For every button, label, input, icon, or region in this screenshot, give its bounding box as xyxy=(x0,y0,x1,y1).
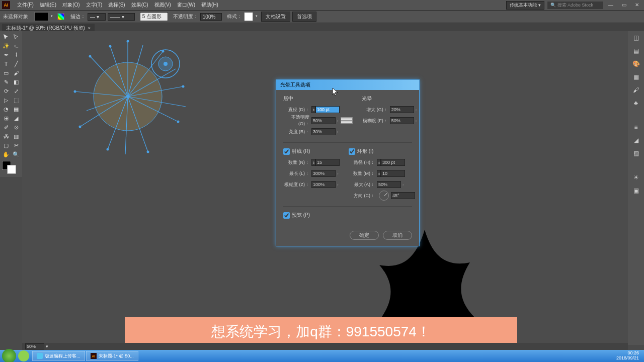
menu-view[interactable]: 视图(V) xyxy=(151,2,174,9)
column-graph-tool[interactable]: ▥ xyxy=(11,132,21,141)
cancel-button[interactable]: 取消 xyxy=(383,231,412,240)
slider-arrow-icon[interactable]: › xyxy=(336,171,339,176)
menu-effect[interactable]: 效果(C) xyxy=(128,2,151,9)
width-tool[interactable]: ▷ xyxy=(1,96,11,105)
hand-tool[interactable]: ✋ xyxy=(1,150,11,159)
scale-tool[interactable]: ⤢ xyxy=(11,86,21,96)
gradient-panel-icon[interactable]: ◢ xyxy=(631,137,641,146)
taskbar-item-1[interactable]: 极速编程上传客... xyxy=(32,351,85,361)
spinner-icon[interactable]: ⇕ xyxy=(377,159,381,166)
taskbar-item-illustrator[interactable]: Ai未标题-1* @ 50... xyxy=(86,351,138,361)
path-input[interactable] xyxy=(381,159,405,166)
stroke-panel-icon[interactable]: ≡ xyxy=(631,124,641,133)
minimize-button[interactable]: — xyxy=(606,2,616,8)
spinner-icon[interactable]: ⇕ xyxy=(311,159,315,166)
direction-input[interactable] xyxy=(391,192,415,199)
close-button[interactable]: ✕ xyxy=(632,2,642,8)
libraries-icon[interactable]: ▤ xyxy=(631,47,641,56)
slider-arrow-icon[interactable]: › xyxy=(401,183,404,187)
magic-wand-tool[interactable]: ✨ xyxy=(1,41,11,50)
stroke-swatch[interactable] xyxy=(57,13,64,20)
menu-select[interactable]: 选择(S) xyxy=(105,2,128,9)
lasso-tool[interactable]: ⊂ xyxy=(11,41,21,50)
menu-file[interactable]: 文件(F) xyxy=(14,2,37,9)
rotate-tool[interactable]: ⟳ xyxy=(1,86,11,96)
free-transform-tool[interactable]: ⬚ xyxy=(11,96,21,105)
shape-builder-tool[interactable]: ◔ xyxy=(1,105,11,114)
opacity-value[interactable]: 100% xyxy=(200,13,222,21)
rectangle-tool[interactable]: ▭ xyxy=(1,68,11,77)
diameter-input[interactable] xyxy=(315,106,340,113)
zoom-tool[interactable]: 🔍 xyxy=(11,150,21,159)
slice-tool[interactable]: ✂ xyxy=(11,141,21,150)
rays-fuzz-input[interactable] xyxy=(311,181,336,188)
mesh-tool[interactable]: ⊞ xyxy=(1,114,11,123)
perspective-tool[interactable]: ▦ xyxy=(11,105,21,114)
ok-button[interactable]: 确定 xyxy=(350,231,379,240)
zoom-dropdown-icon[interactable]: ▾ xyxy=(46,344,48,349)
stroke-profile[interactable]: —— ▾ xyxy=(108,13,135,21)
transparency-panel-icon[interactable]: ▨ xyxy=(631,150,641,159)
workspace-switcher[interactable]: 传统基本功能 ▾ xyxy=(506,1,544,10)
menu-help[interactable]: 帮助(H) xyxy=(198,2,221,9)
slider-arrow-icon[interactable]: › xyxy=(336,119,339,123)
color-panel-icon[interactable]: 🎨 xyxy=(631,60,641,69)
zoom-level-input[interactable] xyxy=(25,343,44,349)
slider-arrow-icon[interactable]: › xyxy=(336,183,339,187)
selection-tool[interactable] xyxy=(1,32,11,41)
menu-edit[interactable]: 编辑(E) xyxy=(37,2,59,9)
start-button[interactable] xyxy=(2,349,16,362)
halo-fuzz-input[interactable] xyxy=(390,117,414,124)
line-tool[interactable]: ╱ xyxy=(11,59,21,68)
slider-arrow-icon[interactable]: › xyxy=(336,130,339,134)
dialog-titlebar[interactable]: 光晕工具选项 xyxy=(276,80,419,90)
eyedropper-tool[interactable]: ✐ xyxy=(1,123,11,132)
menu-object[interactable]: 对象(O) xyxy=(59,2,83,9)
rings-number-input[interactable] xyxy=(381,170,405,177)
gradient-tool[interactable]: ◢ xyxy=(11,114,21,123)
rays-checkbox[interactable] xyxy=(283,148,290,155)
spinner-icon[interactable]: ⇕ xyxy=(377,170,381,177)
brightness-input[interactable] xyxy=(311,128,336,135)
taskbar-clock[interactable]: 00:26 2018/09/21 xyxy=(616,351,642,361)
appearance-panel-icon[interactable]: ☀ xyxy=(631,174,641,183)
center-opacity-input[interactable] xyxy=(311,117,336,124)
menu-window[interactable]: 窗口(W) xyxy=(174,2,198,9)
maximize-button[interactable]: ▭ xyxy=(619,2,629,8)
shaper-tool[interactable]: ✎ xyxy=(1,77,11,86)
direct-selection-tool[interactable] xyxy=(11,32,21,41)
largest-input[interactable] xyxy=(377,181,401,188)
direction-dial[interactable] xyxy=(379,191,389,201)
preview-checkbox[interactable] xyxy=(283,212,290,219)
fill-swatch[interactable] xyxy=(34,12,48,21)
stroke-weight[interactable]: — ▾ xyxy=(88,13,106,21)
color-swatches[interactable] xyxy=(1,161,21,176)
taskbar-app-icon[interactable] xyxy=(18,350,29,361)
rings-checkbox[interactable] xyxy=(349,148,355,155)
slider-arrow-icon[interactable]: › xyxy=(414,108,417,112)
symbol-sprayer-tool[interactable]: ⁂ xyxy=(1,132,11,141)
eraser-tool[interactable]: ◧ xyxy=(11,77,21,86)
brushes-panel-icon[interactable]: 🖌 xyxy=(631,86,641,96)
menu-type[interactable]: 文字(T) xyxy=(83,2,106,9)
doc-setup-button[interactable]: 文档设置 xyxy=(261,12,290,22)
graphic-styles-panel-icon[interactable]: ▣ xyxy=(631,187,641,196)
paintbrush-tool[interactable]: 🖌 xyxy=(11,68,21,77)
prefs-button[interactable]: 首选项 xyxy=(292,12,316,22)
symbols-panel-icon[interactable]: ♣ xyxy=(631,100,641,109)
style-swatch[interactable] xyxy=(244,12,253,21)
rays-longest-input[interactable] xyxy=(311,170,336,177)
stroke-color[interactable] xyxy=(7,165,16,174)
stock-search[interactable]: 🔍 搜索 Adobe Stock xyxy=(547,2,603,9)
artboard-tool[interactable]: ▢ xyxy=(1,141,11,150)
blend-tool[interactable]: ⊙ xyxy=(11,123,21,132)
curvature-tool[interactable]: ⌇ xyxy=(11,50,21,59)
type-tool[interactable]: T xyxy=(1,59,11,68)
spinner-icon[interactable]: ⇕ xyxy=(311,106,315,113)
slider-arrow-icon[interactable]: › xyxy=(414,119,417,123)
tab-close-icon[interactable]: × xyxy=(88,26,91,31)
brush-dd[interactable]: 5 点圆形 xyxy=(140,12,168,21)
properties-icon[interactable]: ◫ xyxy=(631,34,641,43)
growth-input[interactable] xyxy=(390,106,414,113)
swatches-panel-icon[interactable]: ▦ xyxy=(631,73,641,82)
